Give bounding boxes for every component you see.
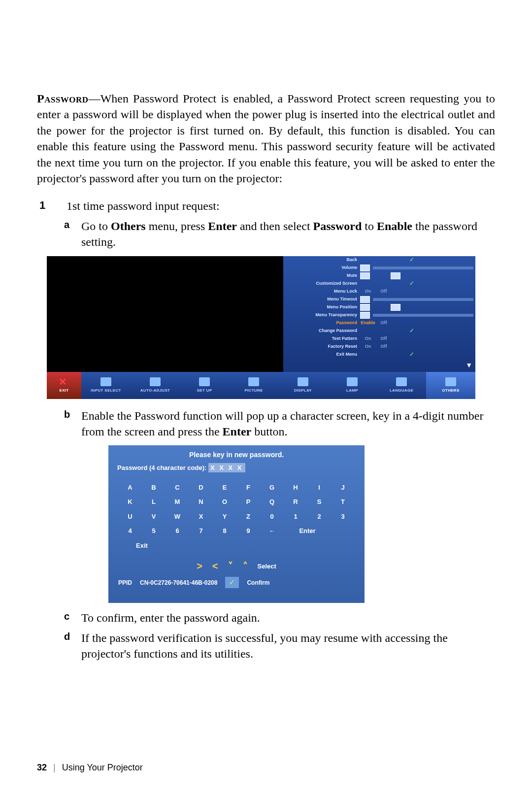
key-N: N (189, 495, 213, 509)
bar-picture: PICTURE (229, 372, 278, 399)
key-W: W (166, 509, 189, 524)
down-arrow-icon: ˅ (228, 560, 233, 573)
globe-icon (396, 377, 407, 386)
key-C: C (166, 480, 189, 495)
step-1-text: 1st time password input request: (66, 198, 495, 214)
key-Q: Q (260, 495, 284, 509)
check-icon: ✓ (409, 327, 414, 334)
password-label: Password (37, 92, 89, 105)
key-4: 4 (118, 524, 142, 538)
key-6: 6 (166, 524, 189, 538)
key-exit: Exit (118, 538, 166, 553)
key-H: H (284, 480, 307, 495)
step-a-text: Go to Others menu, press Enter and then … (81, 218, 495, 250)
step-b-text: Enable the Password function will pop up… (81, 408, 495, 440)
osd-menulock: Menu Lock (283, 288, 360, 294)
page-footer: 32 | Using Your Projector (37, 762, 143, 773)
key-F: F (236, 480, 260, 495)
bar-input: INPUT SELECT (81, 372, 131, 399)
bar-auto: AUTO-ADJUST (131, 372, 180, 399)
key-1: 1 (284, 509, 307, 524)
step-d-text: If the password verification is successf… (81, 630, 495, 662)
bar-lang: LANGUAGE (377, 372, 426, 399)
osd-panel: Back✓ Volume20 Mute Customized Screen✓ M… (283, 256, 475, 372)
osd-bottom-bar: ✕EXIT INPUT SELECT AUTO-ADJUST SET UP PI… (47, 372, 475, 399)
keypad-grid: ABCDEFGHIJKLMNOPQRSTUVWXYZ0123456789←Ent… (108, 476, 365, 553)
step-1-number: 1 (37, 198, 66, 214)
right-arrow-icon: > (197, 560, 202, 573)
picture-icon (248, 377, 259, 386)
bar-others: OTHERS (426, 372, 475, 399)
left-arrow-icon: < (212, 560, 218, 573)
osd-timeout: Menu Timeout (283, 296, 360, 302)
key-R: R (284, 495, 307, 509)
bar-lamp: LAMP (328, 372, 377, 399)
timeout-icon (360, 296, 370, 303)
key-P: P (236, 495, 260, 509)
mute-on-icon (360, 272, 370, 279)
intro-text: —When Password Protect is enabled, a Pas… (37, 92, 495, 185)
osd-mute: Mute (283, 272, 360, 278)
password-keypad-screenshot: Please key in new password. Password (4 … (108, 445, 365, 603)
code-mask: X X X X (208, 463, 245, 472)
keypad-title: Please key in new password. (108, 445, 365, 460)
setup-icon (199, 377, 210, 386)
key-enter: Enter (284, 524, 331, 538)
backspace-arrow-icon: ← (260, 524, 284, 538)
key-Z: Z (236, 509, 260, 524)
key-5: 5 (142, 524, 166, 538)
trans-icon (360, 312, 370, 319)
pos-icon-1 (360, 304, 370, 311)
step-c-text: To confirm, enter the password again. (81, 610, 495, 626)
confirm-check: ✓ (225, 577, 239, 588)
check-icon: ✓ (409, 256, 414, 264)
check-icon: ✓ (409, 279, 414, 287)
osd-position: Menu Position (283, 304, 360, 310)
key-E: E (213, 480, 236, 495)
key-D: D (189, 480, 213, 495)
key-7: 7 (189, 524, 213, 538)
key-U: U (118, 509, 142, 524)
serial-number: CN-0C2726-70641-46B-0208 (140, 579, 217, 587)
key-0: 0 (260, 509, 284, 524)
osd-trans: Menu Transparency (283, 312, 360, 318)
key-Y: Y (213, 509, 236, 524)
step-c-letter: c (64, 610, 81, 626)
bar-exit: ✕EXIT (47, 372, 81, 399)
key-S: S (307, 495, 331, 509)
key-I: I (307, 480, 331, 495)
key-L: L (142, 495, 166, 509)
mute-off-icon (391, 272, 400, 279)
keypad-footer: PPID CN-0C2726-70641-46B-0208 ✓ Confirm (108, 573, 365, 592)
step-b-letter: b (64, 408, 81, 440)
intro-paragraph: Password—When Password Protect is enable… (37, 91, 495, 186)
x-icon: ✕ (59, 377, 69, 386)
ppid-label: PPID (118, 579, 132, 587)
key-V: V (142, 509, 166, 524)
osd-exitmenu: Exit Menu (283, 351, 360, 357)
lamp-icon (347, 377, 358, 386)
key-G: G (260, 480, 284, 495)
auto-icon (150, 377, 161, 386)
confirm-label: Confirm (247, 579, 269, 587)
bar-display: DISPLAY (278, 372, 328, 399)
volume-slider: 20 (373, 266, 473, 269)
key-B: B (142, 480, 166, 495)
display-icon (298, 377, 308, 386)
osd-password: Password (283, 320, 360, 326)
key-K: K (118, 495, 142, 509)
input-icon (100, 377, 111, 386)
key-M: M (166, 495, 189, 509)
osd-factory: Factory Reset (283, 343, 360, 349)
step-d-letter: d (64, 630, 81, 662)
key-8: 8 (213, 524, 236, 538)
timeout-slider: 28 (373, 298, 473, 301)
bar-setup: SET UP (180, 372, 229, 399)
key-J: J (331, 480, 355, 495)
osd-others-screenshot: Back✓ Volume20 Mute Customized Screen✓ M… (47, 256, 475, 399)
step-a-letter: a (64, 218, 81, 250)
check-icon: ✓ (409, 350, 414, 358)
up-arrow-icon: ˄ (243, 560, 248, 573)
osd-custom: Customized Screen (283, 280, 360, 286)
osd-volume: Volume (283, 265, 360, 270)
